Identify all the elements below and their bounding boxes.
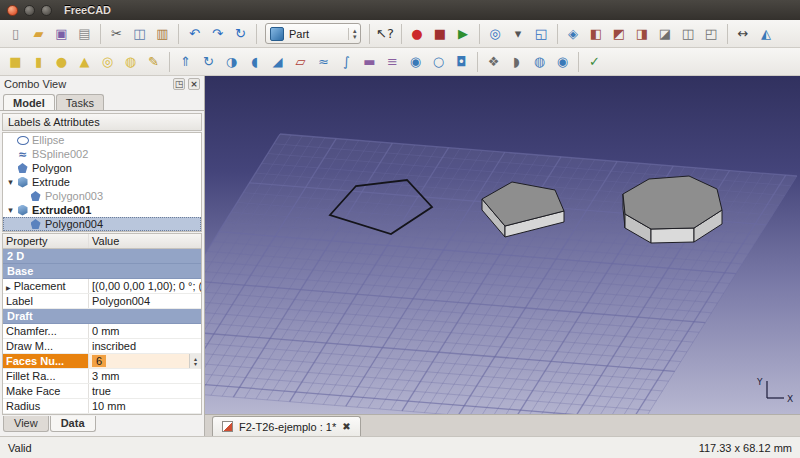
property-name-label[interactable]: Label [3,294,89,308]
tube-primitive-button[interactable]: ◍ [119,50,142,74]
fit-all-button[interactable]: ◎ [484,22,507,46]
window-maximize-button[interactable] [41,5,52,16]
revolve-button[interactable]: ↻ [197,50,220,74]
paste-button[interactable]: ▥ [151,22,174,46]
macro-record-button[interactable]: ● [406,22,429,46]
property-value-draw-m[interactable]: inscribed [89,339,201,353]
3d-view[interactable]: Y X [205,76,800,414]
property-name-faces-nu[interactable]: Faces Nu... [3,354,89,368]
property-name-fillet-ra[interactable]: Fillet Ra... [3,369,89,383]
property-group-draft[interactable]: Draft [3,309,201,324]
sphere-primitive-button[interactable]: ● [50,50,73,74]
macro-execute-button[interactable]: ▶ [452,22,475,46]
view-rear-button[interactable]: ◪ [654,22,677,46]
view-bottom-button[interactable]: ◫ [677,22,700,46]
view-axonometric-button[interactable]: ◈ [562,22,585,46]
boolean-common-button[interactable]: ◉ [551,50,574,74]
tree-item-polygon004[interactable]: Polygon004 [3,217,201,231]
property-name-make-face[interactable]: Make Face [3,384,89,398]
tab-tasks[interactable]: Tasks [56,94,104,110]
tree-item-extrude001[interactable]: Extrude001 [3,203,201,217]
measure-distance-button[interactable]: ↔ [732,22,755,46]
property-value-radius[interactable]: 10 mm [89,399,201,413]
loft-button[interactable]: ≈ [312,50,335,74]
chamfer-button[interactable]: ◢ [266,50,289,74]
property-value-label[interactable]: Polygon004 [89,294,201,308]
tree-item-bspline002[interactable]: BSpline002 [3,147,201,161]
tree-item-polygon003[interactable]: Polygon003 [3,189,201,203]
print-button[interactable]: ▤ [73,22,96,46]
refresh-button[interactable]: ↻ [229,22,252,46]
shape-builder-button[interactable]: ✎ [142,50,165,74]
property-column-header[interactable]: Property [3,234,89,248]
view-top-button[interactable]: ◩ [608,22,631,46]
save-button[interactable]: ▣ [50,22,73,46]
torus-primitive-button[interactable]: ◎ [96,50,119,74]
sweep-button[interactable]: ∫ [335,50,358,74]
expander-icon[interactable] [6,280,14,292]
tab-model[interactable]: Model [3,94,55,110]
view-left-button[interactable]: ◰ [700,22,723,46]
clipping-plane-button[interactable]: ◭ [755,22,778,46]
offset-2d-button[interactable]: ○ [427,50,450,74]
boolean-cut-button[interactable]: ◗ [505,50,528,74]
sweep-icon: ∫ [343,55,350,68]
thickness-button[interactable]: ◘ [450,50,473,74]
property-name-radius[interactable]: Radius [3,399,89,413]
cross-sections-button[interactable]: ≡ [381,50,404,74]
panel-close-icon[interactable] [188,78,200,90]
panel-float-icon[interactable] [173,78,185,90]
tab-data[interactable]: Data [50,416,96,432]
section-button[interactable]: ▬ [358,50,381,74]
compound-button[interactable]: ❖ [482,50,505,74]
extruded-octagon-solid[interactable] [623,176,722,243]
redo-button[interactable]: ↷ [206,22,229,46]
tab-view[interactable]: View [3,416,49,432]
box-primitive-button[interactable]: ■ [4,50,27,74]
value-column-header[interactable]: Value [89,234,201,248]
check-geometry-button[interactable]: ✓ [583,50,606,74]
property-name-placement[interactable]: Placement [3,279,89,293]
tree-item-polygon[interactable]: Polygon [3,161,201,175]
property-value-placement[interactable]: [(0,00 0,00 1,00); 0 °; (30 m... [89,279,201,293]
ruled-surface-button[interactable]: ▱ [289,50,312,74]
property-name-chamfer[interactable]: Chamfer... [3,324,89,338]
property-group-2-d[interactable]: 2 D [3,249,201,264]
copy-button[interactable]: ◫ [128,22,151,46]
window-close-button[interactable] [7,5,18,16]
box-zoom-button[interactable]: ◱ [530,22,553,46]
view-front-button[interactable]: ◧ [585,22,608,46]
expander-icon[interactable] [5,177,16,187]
new-document-button[interactable]: ▯ [4,22,27,46]
property-value-chamfer[interactable]: 0 mm [89,324,201,338]
open-document-button[interactable]: ▰ [27,22,50,46]
expander-icon[interactable] [5,205,16,215]
whats-this-button[interactable]: ↖? [374,22,397,46]
undo-button[interactable]: ↶ [183,22,206,46]
cut-button[interactable]: ✂ [105,22,128,46]
property-value-make-face[interactable]: true [89,384,201,398]
cone-primitive-button[interactable]: ▲ [73,50,96,74]
property-value-fillet-ra[interactable]: 3 mm [89,369,201,383]
property-name-draw-m[interactable]: Draw M... [3,339,89,353]
property-group-base[interactable]: Base [3,264,201,279]
toolbar-separator [178,24,179,44]
offset-3d-button[interactable]: ◉ [404,50,427,74]
macro-stop-button[interactable]: ■ [429,22,452,46]
view-right-button[interactable]: ◨ [631,22,654,46]
fillet-button[interactable]: ◖ [243,50,266,74]
boolean-union-button[interactable]: ◍ [528,50,551,74]
property-value-faces-nu[interactable]: 6 [89,354,201,368]
workbench-selector[interactable]: Part [265,23,361,44]
tree-item-ellipse[interactable]: Ellipse [3,133,201,147]
window-minimize-button[interactable] [24,5,35,16]
cylinder-primitive-button[interactable]: ▮ [27,50,50,74]
tree-item-extrude[interactable]: Extrude [3,175,201,189]
document-tab[interactable]: F2-T26-ejemplo : 1* [212,416,361,436]
extrude-button[interactable]: ⇑ [174,50,197,74]
spinbox-arrows-icon[interactable] [189,354,201,368]
tree-column-header[interactable]: Labels & Attributes [2,113,202,131]
draw-style-dropdown[interactable]: ▾ [507,22,530,46]
document-tab-close-icon[interactable] [342,420,350,433]
mirror-button[interactable]: ◑ [220,50,243,74]
